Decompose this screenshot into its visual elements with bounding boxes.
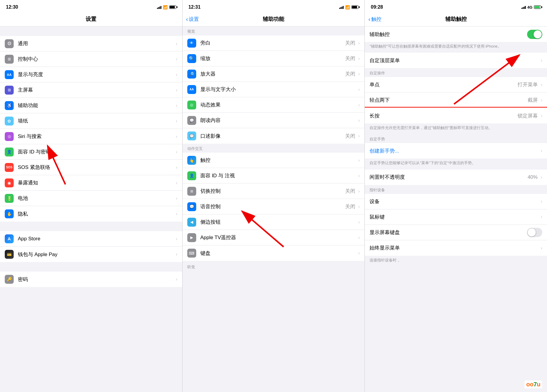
settings-item-control[interactable]: ⊞ 控制中心 › (0, 51, 182, 67)
sos-label: SOS 紧急联络 (18, 164, 175, 171)
settings-item-general[interactable]: ⚙ 通用 › (0, 36, 182, 51)
device-row[interactable]: 设备 › (365, 194, 547, 209)
chevron-zoom: › (358, 56, 360, 61)
chevron-siri: › (176, 134, 177, 139)
homescreen-label: 主屏幕 (18, 87, 175, 93)
wallet-icon: 💳 (5, 250, 14, 259)
settings-item-faceid[interactable]: 👤 面容 ID 与密码 › (0, 144, 182, 160)
top-menu-row[interactable]: 自定顶层菜单 › (365, 53, 547, 68)
accessibility-display-text[interactable]: AA 显示与文字大小 › (183, 82, 365, 97)
privacy-icon: ✋ (5, 209, 14, 218)
settings-item-privacy[interactable]: ✋ 隐私 › (0, 206, 182, 222)
visual-section-header: 视觉 (183, 26, 365, 35)
assistivetouch-panel: 09:28 4G ‹ 触控 辅助触控 (364, 0, 547, 392)
long-press-label: 长按 (370, 112, 517, 119)
net-label-p3: 4G (527, 5, 532, 10)
assistivetouch-toggle[interactable] (527, 30, 542, 39)
display-text-label: 显示与文字大小 (200, 86, 357, 93)
switch-icon: ⊞ (187, 187, 196, 196)
create-gesture-row[interactable]: 创建新手势... › (365, 143, 547, 159)
accessibility-spoken[interactable]: 💬 朗读内容 › (183, 113, 365, 128)
chevron-exposure: › (176, 180, 177, 186)
chevron-control: › (176, 57, 177, 62)
pointer-section-header: 指针设备 (365, 185, 547, 194)
keyboard-toggle[interactable] (527, 228, 542, 237)
status-icons-p1: 📶 (157, 5, 176, 10)
accessibility-zoom[interactable]: 🔍 缩放 关闭 › (183, 51, 365, 66)
settings-item-accessibility[interactable]: ♿ 辅助功能 › (0, 98, 182, 113)
settings-title: 设置 (86, 15, 96, 23)
accessibility-faceid-gaze[interactable]: 👤 面容 ID 与 注视 › (183, 168, 365, 184)
back-label-p3: 触控 (371, 16, 381, 23)
long-press-row[interactable]: 长按 锁定屏幕 › (365, 108, 547, 123)
siri-label: Siri 与搜索 (18, 133, 175, 140)
keyboard-label: 键盘 (200, 250, 357, 257)
settings-list-section1: ⚙ 通用 › ⊞ 控制中心 › AA 显示与亮度 › ⊞ 主屏幕 › (0, 36, 182, 222)
settings-item-display[interactable]: AA 显示与亮度 › (0, 67, 182, 82)
chevron-long: › (541, 113, 542, 118)
settings-item-appstore[interactable]: A App Store › (0, 231, 182, 247)
chevron-back-p3: ‹ (368, 16, 370, 23)
battery-icon-p2 (351, 5, 359, 9)
chevron-touch: › (358, 158, 360, 163)
exposure-label: 暴露通知 (18, 179, 175, 186)
settings-item-wallet[interactable]: 💳 钱包与 Apple Pay › (0, 247, 182, 262)
settings-item-homescreen[interactable]: ⊞ 主屏幕 › (0, 82, 182, 98)
settings-item-siri[interactable]: ◎ Siri 与搜索 › (0, 129, 182, 144)
time-p2: 12:31 (188, 4, 201, 10)
toggle-knob (534, 30, 542, 38)
custom-ops-desc: 自定操作允许您无需打开菜单，通过"辅助触控"图标即可直接进行互动。 (365, 123, 547, 134)
faceid-icon: 👤 (5, 148, 14, 156)
chevron-appletv: › (358, 235, 360, 240)
double-tap-row[interactable]: 轻点两下 截屏 › (365, 92, 547, 108)
double-tap-value: 截屏 (528, 97, 538, 104)
chevron-password: › (176, 277, 177, 282)
faceid-gaze-icon: 👤 (187, 171, 196, 180)
mouse-key-row[interactable]: 鼠标键 › (365, 209, 547, 225)
watermark: oo7u (524, 380, 542, 388)
chevron-device: › (541, 199, 542, 204)
exposure-icon: ◉ (5, 178, 14, 187)
side-button-label: 侧边按钮 (200, 219, 357, 225)
back-button-p2[interactable]: ‹ 设置 (186, 16, 199, 23)
wallet-label: 钱包与 Apple Pay (18, 251, 175, 258)
show-keyboard-row[interactable]: 显示屏幕键盘 (365, 225, 547, 240)
settings-item-sos[interactable]: SOS SOS 紧急联络 › (0, 160, 182, 175)
back-label-p2: 设置 (189, 16, 199, 23)
accessibility-appletv[interactable]: ▶ Apple TV遥控器 › (183, 230, 365, 245)
custom-ops-list: 单点 打开菜单 › 轻点两下 截屏 › 长按 锁定屏幕 › (365, 77, 547, 123)
wallpaper-icon: ✿ (5, 117, 14, 126)
accessibility-side-button[interactable]: ◀ 侧边按钮 › (183, 214, 365, 230)
single-tap-row[interactable]: 单点 打开菜单 › (365, 77, 547, 92)
settings-item-exposure[interactable]: ◉ 暴露通知 › (0, 175, 182, 191)
accessibility-switch[interactable]: ⊞ 切换控制 关闭 › (183, 184, 365, 199)
opacity-row[interactable]: 闲置时不透明度 40% › (365, 170, 547, 185)
switch-value: 关闭 (345, 188, 355, 195)
back-button-p3[interactable]: ‹ 触控 (368, 16, 381, 23)
touch-icon: 👆 (187, 156, 196, 165)
main-toggle-section: 辅助触控 (365, 26, 547, 42)
voice-control-value: 关闭 (345, 203, 355, 210)
assistivetouch-toggle-row[interactable]: 辅助触控 (365, 26, 547, 42)
display-label: 显示与亮度 (18, 71, 175, 78)
settings-item-battery[interactable]: 🔋 电池 › (0, 191, 182, 206)
chevron-privacy: › (176, 211, 177, 217)
side-button-icon: ◀ (187, 218, 196, 227)
assistivetouch-nav-title: 辅助触控 (445, 15, 467, 23)
magnifier-value: 关闭 (345, 70, 355, 77)
accessibility-voice-control[interactable]: 💬 语音控制 关闭 › (183, 199, 365, 214)
siri-icon: ◎ (5, 132, 14, 141)
accessibility-audio-desc[interactable]: 💬 口述影像 关闭 › (183, 128, 365, 144)
zoom-icon: 🔍 (187, 54, 196, 63)
accessibility-motion[interactable]: ◎ 动态效果 › (183, 97, 365, 113)
accessibility-magnifier[interactable]: 🔎 放大器 关闭 › (183, 66, 365, 82)
wifi-icon-p2: 📶 (345, 5, 350, 10)
settings-item-password[interactable]: 🔑 密码 › (0, 272, 182, 287)
battery-icon-item: 🔋 (5, 194, 14, 203)
chevron-display-text: › (358, 87, 360, 92)
accessibility-voiceover[interactable]: 👁 旁白 关闭 › (183, 35, 365, 51)
settings-item-wallpaper[interactable]: ✿ 墙纸 › (0, 113, 182, 129)
accessibility-touch[interactable]: 👆 触控 › (183, 153, 365, 168)
always-show-row[interactable]: 始终显示菜单 › (365, 240, 547, 256)
accessibility-keyboard[interactable]: ⌨ 键盘 › (183, 245, 365, 261)
